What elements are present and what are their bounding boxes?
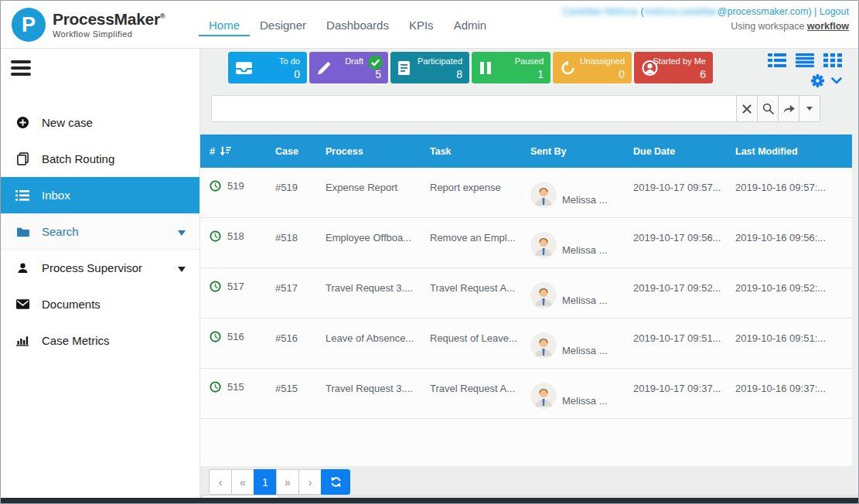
hamburger-menu-icon[interactable] xyxy=(11,60,31,79)
grid-view-icon[interactable] xyxy=(823,53,842,67)
bottom-bar xyxy=(1,498,858,503)
pagination: ‹ « 1 » › xyxy=(210,469,350,495)
card-label: Paused xyxy=(515,56,544,66)
process-name: Leave of Absence... xyxy=(326,318,430,368)
user-email-domain: @processmaker.com) xyxy=(718,6,812,17)
sender-name: Melissa ... xyxy=(562,194,608,206)
clock-icon xyxy=(210,281,221,292)
status-card-started-by-me[interactable]: Started by Me 6 xyxy=(633,51,714,84)
status-card-unassigned[interactable]: Unassigned 0 xyxy=(552,51,632,84)
chevron-down-icon[interactable] xyxy=(831,77,842,84)
due-date: 2019-10-17 09:51... xyxy=(633,318,735,368)
status-card-draft[interactable]: Draft 5 xyxy=(308,51,389,84)
clock-icon xyxy=(210,230,221,242)
case-id: #517 xyxy=(275,268,326,318)
card-count: 1 xyxy=(537,68,544,80)
column-header-sent-by[interactable]: Sent By xyxy=(530,146,633,157)
column-header-number[interactable]: # xyxy=(210,146,275,157)
search-button[interactable] xyxy=(757,95,779,122)
list-view-icon[interactable] xyxy=(796,53,814,67)
case-number: 515 xyxy=(227,381,244,393)
clock-icon xyxy=(210,180,221,192)
column-header-last-modified[interactable]: Last Modified xyxy=(735,146,852,157)
clear-search-button[interactable] xyxy=(736,95,758,122)
main-content: To do 0 Draft 5 Participated 8 xyxy=(200,49,858,498)
process-name: Travel Request 3.... xyxy=(326,268,430,318)
sidebar-item-search[interactable]: Search xyxy=(1,213,199,250)
page-next-button[interactable]: › xyxy=(298,469,322,495)
avatar xyxy=(530,282,557,308)
sidebar-item-process-supervisor[interactable]: Process Supervisor xyxy=(1,250,199,286)
user-icon xyxy=(15,262,30,274)
dropdown-caret-icon xyxy=(806,107,813,111)
sidebar-item-batch-routing[interactable]: Batch Routing xyxy=(1,141,199,177)
brand-tagline: Workflow Simplified xyxy=(53,29,165,39)
page-prev-button[interactable]: ‹ xyxy=(209,469,232,495)
search-input[interactable] xyxy=(211,95,737,122)
status-card-paused[interactable]: Paused 1 xyxy=(471,51,551,84)
view-toggles xyxy=(768,53,842,67)
sidebar-item-label: Inbox xyxy=(42,189,70,202)
share-icon xyxy=(782,104,796,114)
column-header-process[interactable]: Process xyxy=(326,146,430,157)
avatar xyxy=(530,332,557,359)
clock-icon xyxy=(210,381,221,393)
sidebar-item-label: New case xyxy=(42,116,93,129)
logo[interactable]: P ProcessMaker® Workflow Simplified xyxy=(12,8,165,42)
table-row[interactable]: 516 #516 Leave of Absence... Request of … xyxy=(200,318,852,369)
document-icon xyxy=(398,61,410,75)
logout-link[interactable]: Logout xyxy=(820,6,849,17)
due-date: 2019-10-17 09:56... xyxy=(633,218,735,267)
sidebar-item-label: Search xyxy=(42,225,79,238)
clear-icon xyxy=(742,104,752,114)
status-card-participated[interactable]: Participated 8 xyxy=(390,51,470,84)
card-count: 5 xyxy=(375,68,381,80)
status-card-todo[interactable]: To do 0 xyxy=(227,51,308,84)
nav-kpis[interactable]: KPIs xyxy=(399,14,444,36)
table-row[interactable]: 519 #519 Expense Report Report expense M… xyxy=(200,168,852,218)
page-number-button[interactable]: 1 xyxy=(254,469,277,495)
due-date: 2019-10-17 09:52... xyxy=(633,268,735,318)
sidebar-item-new-case[interactable]: New case xyxy=(1,104,199,141)
card-count: 6 xyxy=(700,68,706,80)
nav-home[interactable]: Home xyxy=(199,14,250,36)
gear-icon[interactable] xyxy=(811,74,824,87)
bar-chart-icon xyxy=(15,335,30,346)
processmaker-app: P ProcessMaker® Workflow Simplified Home… xyxy=(0,0,859,504)
nav-admin[interactable]: Admin xyxy=(444,14,497,36)
page-first-button[interactable]: « xyxy=(231,469,254,495)
share-button[interactable] xyxy=(778,95,799,122)
user-area: Castellan Melissa (melissa.castellan@pro… xyxy=(562,5,849,35)
sidebar-item-inbox[interactable]: Inbox xyxy=(1,177,199,213)
pause-icon xyxy=(479,62,492,74)
sidebar-item-case-metrics[interactable]: Case Metrics xyxy=(1,322,199,359)
case-id: #518 xyxy=(275,218,326,267)
table-row[interactable]: 515 #515 Travel Request 3.... Travel Req… xyxy=(200,369,852,419)
due-date: 2019-10-17 09:57... xyxy=(633,168,735,217)
nav-dashboards[interactable]: Dashboards xyxy=(316,14,399,36)
sidebar-item-label: Case Metrics xyxy=(42,334,110,347)
column-header-task[interactable]: Task xyxy=(430,146,530,157)
detail-view-icon[interactable] xyxy=(768,53,786,67)
search-options-button[interactable] xyxy=(799,95,820,122)
card-count: 8 xyxy=(456,68,462,80)
refresh-button[interactable] xyxy=(321,469,350,495)
brand-text: ProcessMaker® Workflow Simplified xyxy=(53,11,165,38)
folder-icon xyxy=(15,226,30,237)
workspace-name-link[interactable]: workflow xyxy=(807,21,849,32)
task-name: Remove an Empl... xyxy=(430,218,530,267)
table-row[interactable]: 518 #518 Employee Offboa... Remove an Em… xyxy=(200,218,852,268)
table-row[interactable]: 517 #517 Travel Request 3.... Travel Req… xyxy=(200,268,852,318)
card-label: Draft xyxy=(345,56,363,66)
case-id: #515 xyxy=(275,369,326,418)
column-header-case[interactable]: Case xyxy=(275,146,326,157)
card-label: To do xyxy=(279,56,300,66)
avatar xyxy=(530,232,557,258)
column-header-due-date[interactable]: Due Date xyxy=(633,146,735,157)
task-name: Report expense xyxy=(430,168,530,217)
nav-designer[interactable]: Designer xyxy=(250,14,316,36)
pencil-icon xyxy=(317,60,332,75)
page-last-button[interactable]: » xyxy=(276,469,299,495)
last-modified: 2019-10-16 09:56:... xyxy=(735,218,852,267)
sidebar-item-documents[interactable]: Documents xyxy=(1,286,199,322)
